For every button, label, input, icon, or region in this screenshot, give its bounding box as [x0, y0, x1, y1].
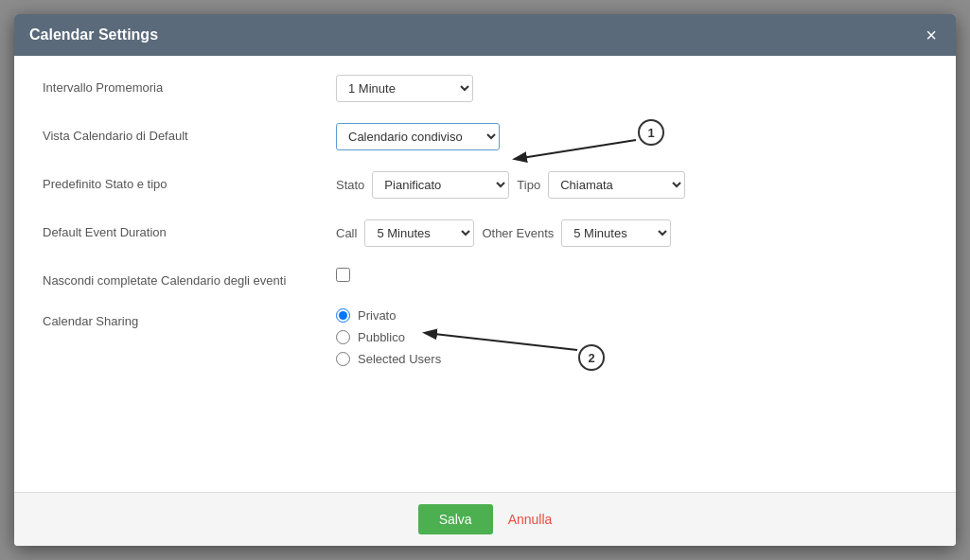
sharing-selected-label: Selected Users: [358, 352, 441, 366]
close-button[interactable]: ×: [922, 26, 941, 44]
call-duration-select[interactable]: 5 Minutes 10 Minutes 15 Minutes 30 Minut…: [364, 219, 474, 247]
hide-completed-control: [336, 268, 927, 282]
default-view-label: Vista Calendario di Default: [43, 123, 336, 143]
stato-tipo-row: Predefinito Stato e tipo Stato Pianifica…: [43, 171, 927, 199]
sharing-label: Calendar Sharing: [43, 308, 336, 328]
stato-label: Stato: [336, 178, 364, 192]
modal-footer: Salva Annulla: [14, 492, 956, 546]
save-button[interactable]: Salva: [418, 504, 493, 534]
stato-tipo-control: Stato Pianificato Held Not Held Tipo Chi…: [336, 171, 927, 199]
sharing-selected-item: Selected Users: [336, 352, 441, 366]
sharing-public-radio[interactable]: [336, 330, 350, 344]
sharing-radio-group: Privato Pubblico Selected Users: [336, 308, 441, 366]
modal-body: Intervallo Promemoria 1 Minute 5 Minutes…: [14, 56, 956, 492]
interval-label: Intervallo Promemoria: [43, 75, 336, 95]
duration-row: Default Event Duration Call 5 Minutes 10…: [43, 219, 927, 247]
sharing-public-item: Pubblico: [336, 330, 441, 344]
sharing-private-label: Privato: [358, 308, 396, 323]
interval-select[interactable]: 1 Minute 5 Minutes 10 Minutes 15 Minutes…: [336, 75, 473, 102]
interval-control: 1 Minute 5 Minutes 10 Minutes 15 Minutes…: [336, 75, 927, 102]
tipo-select[interactable]: Chiamata Meeting Other: [548, 171, 685, 199]
other-events-label: Other Events: [482, 226, 554, 240]
hide-completed-checkbox-wrap: [336, 268, 350, 282]
sharing-row: Calendar Sharing Privato Pubblico Select…: [43, 308, 927, 366]
call-label: Call: [336, 226, 357, 240]
duration-control: Call 5 Minutes 10 Minutes 15 Minutes 30 …: [336, 219, 927, 247]
modal-title: Calendar Settings: [29, 26, 158, 44]
tipo-label: Tipo: [517, 178, 540, 192]
other-duration-select[interactable]: 5 Minutes 10 Minutes 15 Minutes 30 Minut…: [561, 219, 671, 247]
hide-completed-label: Nascondi completate Calendario degli eve…: [43, 268, 336, 288]
sharing-public-label: Pubblico: [358, 330, 405, 344]
modal-header: Calendar Settings ×: [14, 14, 956, 56]
cancel-button[interactable]: Annulla: [508, 512, 553, 527]
default-view-control: Calendario condiviso My Calendar Team Ca…: [336, 123, 927, 150]
stato-select[interactable]: Pianificato Held Not Held: [372, 171, 509, 199]
stato-tipo-label: Predefinito Stato e tipo: [43, 171, 336, 191]
duration-label: Default Event Duration: [43, 219, 336, 239]
sharing-private-item: Privato: [336, 308, 441, 323]
calendar-settings-modal: Calendar Settings × Intervallo Promemori…: [14, 14, 956, 546]
sharing-control: Privato Pubblico Selected Users: [336, 308, 927, 366]
hide-completed-checkbox[interactable]: [336, 268, 350, 282]
sharing-selected-radio[interactable]: [336, 352, 350, 366]
hide-completed-row: Nascondi completate Calendario degli eve…: [43, 268, 927, 288]
default-view-row: Vista Calendario di Default Calendario c…: [43, 123, 927, 150]
sharing-private-radio[interactable]: [336, 308, 350, 323]
default-view-select[interactable]: Calendario condiviso My Calendar Team Ca…: [336, 123, 500, 150]
interval-row: Intervallo Promemoria 1 Minute 5 Minutes…: [43, 75, 927, 102]
